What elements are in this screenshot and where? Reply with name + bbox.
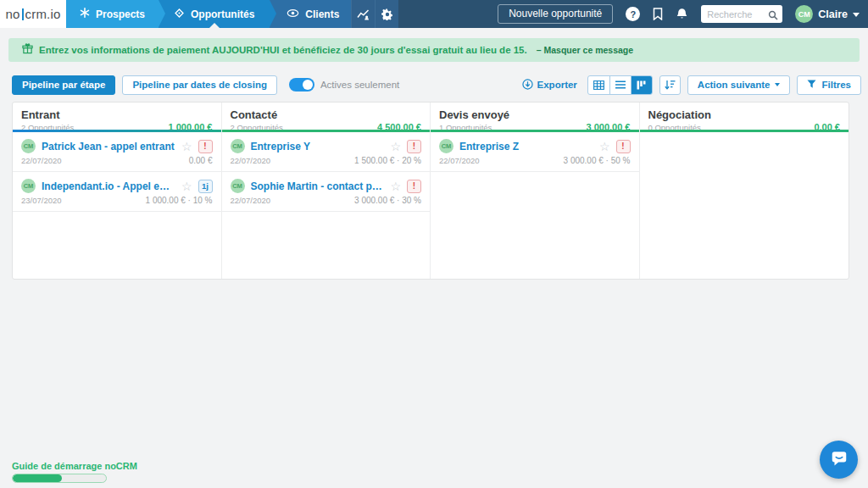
opportunity-card[interactable]: CMPatrick Jean - appel entrant☆!22/07/20… [13,132,221,172]
card-bottom-row: 22/07/20203 000.00 € · 30 % [231,196,422,205]
bookmark-icon[interactable] [653,8,663,20]
actives-only-toggle[interactable] [289,78,314,92]
star-icon[interactable]: ☆ [181,141,192,152]
card-title[interactable]: Entreprise Z [459,141,593,152]
status-badge[interactable]: ! [616,140,631,153]
export-button[interactable]: Exporter [522,79,577,92]
opportunity-card[interactable]: CMEntreprise Z☆!22/07/20203 000.00 € · 5… [431,132,639,172]
user-name: Claire [818,8,848,20]
card-avatar: CM [21,179,36,193]
chevron-down-icon [853,13,860,17]
dismiss-banner-link[interactable]: – Masquer ce message [537,45,633,55]
card-date: 22/07/2020 [439,156,480,165]
main-tabs: Prospects Opportunités Clients [66,0,351,28]
next-action-dropdown[interactable]: Action suivante [687,75,791,95]
status-badge[interactable]: ! [407,180,421,193]
tab-label: Prospects [96,8,145,20]
nav-right-cluster: Nouvelle opportunité ? CM Claire [498,0,868,28]
clients-eye-icon [287,8,299,20]
pipeline-column-1: Contacté2 Opportunités4 500.00 €CMEntrep… [222,103,431,279]
user-menu[interactable]: CM Claire [795,5,860,23]
stats-icon[interactable] [351,0,375,28]
opportunities-diamond-icon [174,8,185,21]
card-bottom-row: 22/07/20201 500.00 € · 20 % [231,156,422,165]
logo[interactable]: nocrm.io [0,0,66,28]
tab-label: Opportunités [191,8,254,20]
logo-text-right: crm.io [25,7,61,21]
column-title: Contacté [231,108,422,121]
tab-clients[interactable]: Clients [270,0,351,28]
list-view-icon[interactable] [609,76,631,94]
trial-banner: Entrez vos informations de paiement AUJO… [8,38,860,62]
card-amount: 3 000.00 € · 30 % [354,196,421,205]
card-avatar: CM [231,179,245,193]
card-top-row: CMEntreprise Z☆! [439,139,631,153]
gift-icon [22,42,33,58]
column-stage-bar [431,130,639,132]
card-avatar: CM [21,139,36,153]
pipeline-toolbar: Pipeline par étape Pipeline par dates de… [12,75,861,95]
filters-label: Filtres [821,80,851,90]
column-header: Contacté2 Opportunités4 500.00 € [222,103,431,132]
user-avatar: CM [795,5,813,23]
status-badge[interactable]: ! [198,140,213,153]
card-amount: 1 000.00 € · 10 % [146,196,213,205]
pipeline-by-closing-button[interactable]: Pipeline par dates de closing [122,75,277,95]
card-title[interactable]: Patrick Jean - appel entrant [42,141,175,152]
column-stage-bar [222,130,431,132]
guide-label[interactable]: Guide de démarrage noCRM [12,461,137,471]
card-bottom-row: 22/07/20200.00 € [21,156,213,165]
opportunity-card[interactable]: CMSophie Martin - contact partenaire☆!22… [222,172,431,212]
guide-progress-fill [13,474,62,482]
chat-bubble-icon [830,449,849,470]
sort-icon[interactable] [659,75,681,95]
help-icon[interactable]: ? [626,7,640,21]
status-badge[interactable]: ! [407,140,421,153]
column-header: Devis envoyé1 Opportunités3 000.00 € [431,103,639,132]
tab-prospects[interactable]: Prospects [66,0,159,28]
column-title: Entrant [21,108,213,121]
chat-launcher[interactable] [820,441,858,479]
star-icon[interactable]: ☆ [390,141,401,152]
status-badge[interactable]: 1j [198,180,213,193]
opportunity-card[interactable]: CMIndependant.io - Appel entrant☆1j23/07… [13,172,221,212]
star-icon[interactable]: ☆ [181,180,192,192]
card-amount: 3 000.00 € · 50 % [564,156,631,165]
card-top-row: CMSophie Martin - contact partenaire☆! [231,179,422,193]
kanban-view-icon[interactable] [631,76,652,94]
column-title: Devis envoyé [439,108,631,121]
card-date: 23/07/2020 [21,196,62,205]
star-icon[interactable]: ☆ [599,141,610,152]
filters-button[interactable]: Filtres [797,75,861,95]
column-header: Négociation0 Opportunités0.00 € [640,103,849,132]
table-view-icon[interactable] [588,76,609,94]
prospects-asterisk-icon [80,8,90,20]
filter-funnel-icon [807,80,816,91]
toggle-knob [303,80,313,90]
onboarding-guide: Guide de démarrage noCRM [12,461,137,483]
opportunity-card[interactable]: CMEntreprise Y☆!22/07/20201 500.00 € · 2… [222,132,431,172]
card-title[interactable]: Entreprise Y [251,141,385,152]
pipeline-by-stage-button[interactable]: Pipeline par étape [12,75,115,95]
notifications-bell-icon[interactable] [676,8,688,20]
column-stage-bar [640,130,849,132]
star-icon[interactable]: ☆ [390,180,401,192]
column-stage-bar [13,130,221,132]
search-icon[interactable] [768,8,778,24]
export-label: Exporter [537,80,577,90]
settings-gear-icon[interactable] [375,0,398,28]
pipeline-column-2: Devis envoyé1 Opportunités3 000.00 €CMEn… [431,103,640,279]
chevron-down-icon [775,83,780,86]
pipeline-column-0: Entrant2 Opportunités1 000.00 €CMPatrick… [13,103,222,279]
toolbar-left: Pipeline par étape Pipeline par dates de… [12,75,399,95]
card-top-row: CMPatrick Jean - appel entrant☆! [21,139,213,153]
pipeline-column-3: Négociation0 Opportunités0.00 € [640,103,849,279]
new-opportunity-button[interactable]: Nouvelle opportunité [498,4,613,24]
top-nav: nocrm.io Prospects Opportunités Clients [0,0,868,28]
card-title[interactable]: Sophie Martin - contact partenaire [251,180,385,192]
card-title[interactable]: Independant.io - Appel entrant [42,180,175,192]
tab-opportunites[interactable]: Opportunités [159,0,270,28]
tab-label: Clients [305,8,339,20]
search-box [701,5,782,23]
toolbar-right: Exporter Action suivante [522,75,861,95]
